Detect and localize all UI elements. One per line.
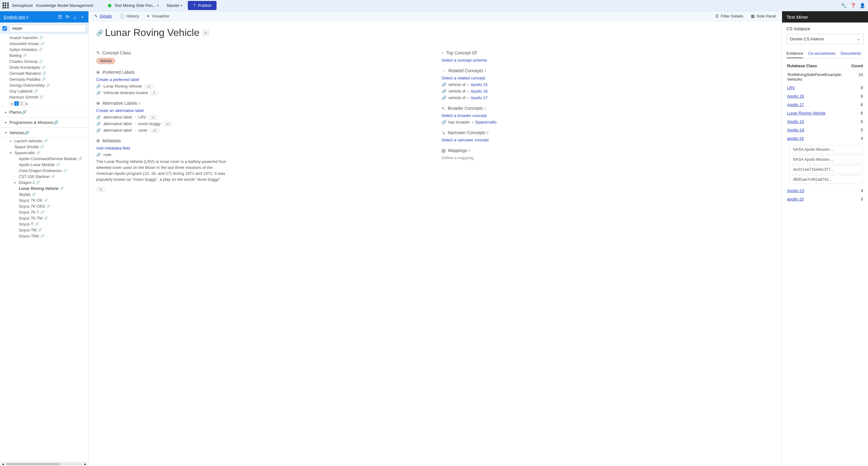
- rp-evidence-row[interactable]: Apollo-165: [786, 126, 864, 134]
- tree-item-person[interactable]: Georgy Dobrovolsky🔗: [0, 82, 88, 88]
- tree-item-person[interactable]: Gennady Padalka🔗: [0, 76, 88, 82]
- apps-icon[interactable]: [2, 2, 9, 9]
- tree-item-person[interactable]: Gennadi Manakov🔗: [0, 70, 88, 76]
- preferred-label-row[interactable]: 🔗Lunar Roving Vehicleen: [96, 84, 429, 88]
- tree-item[interactable]: Soyuz-T🔗: [14, 221, 88, 227]
- search-input[interactable]: [9, 24, 86, 32]
- add-icon[interactable]: ＋: [80, 14, 85, 20]
- preferred-label-row[interactable]: 🔗Véhicule itinérant lunairefr: [96, 90, 429, 95]
- tree-item[interactable]: Soyuz 7K-OK🔗: [14, 197, 88, 203]
- side-panel-button[interactable]: ▦Side Panel: [751, 14, 776, 19]
- rp-evidence-row[interactable]: Apollo 176: [786, 100, 864, 109]
- rp-evidence-subitem[interactable]: /f65f1ae7c491a8742...: [789, 175, 862, 184]
- rp-evidence-subitem[interactable]: NASA Apollo Mission ...: [789, 145, 862, 154]
- rp-evidence-row[interactable]: apollo-164: [786, 134, 864, 143]
- tree-item-person[interactable]: Aydyn Aimbetov🔗: [0, 47, 88, 53]
- tree-item[interactable]: Space Shuttle🔗: [10, 144, 88, 150]
- rp-evidence-link[interactable]: Apollo 17: [787, 102, 804, 107]
- related-concept-row[interactable]: 🔗vehicle of›Apollo 15: [441, 82, 774, 87]
- pager-page[interactable]: 1: [14, 101, 19, 106]
- rp-tab[interactable]: Co-occurences: [808, 49, 835, 58]
- language-selector[interactable]: English (en) ▾: [4, 15, 28, 20]
- tree-item-person[interactable]: Anousheh Ansari🔗: [0, 41, 88, 47]
- list-icon[interactable]: ☰: [58, 14, 62, 20]
- tree-item-person[interactable]: Boeing🔗: [0, 53, 88, 58]
- refresh-icon[interactable]: ⟳: [66, 14, 70, 20]
- tree-section-vehicles[interactable]: ▾Vehicles🔗: [0, 127, 88, 138]
- sidebar-scrollbar[interactable]: ◂▸: [0, 462, 88, 466]
- pager-page[interactable]: 2: [19, 101, 24, 106]
- rp-tab[interactable]: Evidence: [786, 49, 803, 58]
- tree-item-person[interactable]: Anatoli Ivanishin🔗: [0, 35, 88, 41]
- rp-evidence-row[interactable]: LRV8: [786, 84, 864, 92]
- rp-evidence-subitem[interactable]: /ec011ee715e4bc377...: [789, 165, 862, 174]
- alt-label-row[interactable]: 🔗alternative label›roveren: [96, 128, 429, 133]
- project-dropdown[interactable]: Text Mining Side Pan...: [105, 2, 161, 9]
- rp-evidence-link[interactable]: Apollo 16: [787, 94, 804, 98]
- concept-class-chip[interactable]: Vehicle: [96, 58, 115, 64]
- module-link[interactable]: Knowledge Model Management: [36, 3, 93, 8]
- tree-item[interactable]: Soyuz-TM🔗: [14, 227, 88, 233]
- add-metadata-link[interactable]: Add metadata field: [96, 146, 429, 150]
- tree-item[interactable]: Skylab🔗: [14, 192, 88, 197]
- copy-icon[interactable]: ⧉: [203, 30, 208, 36]
- tab-details[interactable]: ✎Details: [94, 14, 112, 19]
- rp-tab[interactable]: Documents: [840, 49, 861, 58]
- select-scheme-link[interactable]: Select a concept scheme: [441, 58, 774, 63]
- tree-item[interactable]: Soyuz-TMA🔗: [14, 233, 88, 239]
- alt-label-row[interactable]: 🔗alternative label›LRVen: [96, 115, 429, 119]
- rp-evidence-row[interactable]: Apollo 166: [786, 92, 864, 100]
- rp-evidence-subitem[interactable]: NASA Apollo Mission ...: [789, 155, 862, 164]
- cs-instance-select[interactable]: Docker CS intance⌄: [786, 34, 864, 44]
- tree-item-person[interactable]: Harrison Schmitt🔗: [0, 94, 88, 100]
- rp-evidence-row[interactable]: apollo-153: [786, 195, 864, 203]
- create-preferred-label[interactable]: Create a preferred label: [96, 77, 429, 82]
- tree-item[interactable]: Crew Dragon Endeavour🔗: [14, 168, 88, 174]
- rp-evidence-link[interactable]: Lunar Roving Vehicle: [787, 111, 826, 115]
- search-checkbox[interactable]: [2, 26, 7, 31]
- wrench-icon[interactable]: 🔧: [840, 2, 847, 9]
- tree-item[interactable]: ▸Launch vehicles🔗: [10, 138, 88, 144]
- rp-evidence-row[interactable]: Apollo-154: [786, 186, 864, 195]
- select-related-link[interactable]: Select a related concept: [441, 76, 774, 80]
- related-concept-row[interactable]: 🔗vehicle of›Apollo 17: [441, 95, 774, 100]
- select-narrower-link[interactable]: Select a narrower concept: [441, 138, 774, 142]
- tree-item[interactable]: Soyuz 7K-T🔗: [14, 209, 88, 215]
- tree-item-person[interactable]: Guy Laliberté🔗: [0, 88, 88, 94]
- user-icon[interactable]: 👤: [859, 2, 866, 9]
- tree-item[interactable]: Soyuz 7K-TM🔗: [14, 215, 88, 221]
- tree-item[interactable]: CST-100 Starliner🔗: [14, 174, 88, 179]
- tab-visualizer[interactable]: ✦Visualizer: [147, 14, 169, 19]
- related-concept-row[interactable]: 🔗vehicle of›Apollo 16: [441, 89, 774, 93]
- publish-button[interactable]: ⇡Publish: [188, 1, 217, 10]
- select-broader-link[interactable]: Select a broader concept: [441, 113, 774, 118]
- tree-item[interactable]: Apollo Lunar Module🔗: [14, 162, 88, 168]
- rp-evidence-link[interactable]: Apollo 15: [787, 119, 804, 124]
- tree-item[interactable]: Soyuz 7K-OKS🔗: [14, 203, 88, 209]
- tree-section-programmes[interactable]: ▸Programmes & Missions🔗: [0, 117, 88, 127]
- brand-link[interactable]: Semaphore: [12, 3, 33, 8]
- rp-evidence-row[interactable]: Lunar Roving Vehicle6: [786, 109, 864, 117]
- rp-evidence-row[interactable]: Apollo 155: [786, 117, 864, 126]
- rp-evidence-link[interactable]: Apollo-16: [787, 127, 804, 132]
- rp-evidence-link[interactable]: apollo-15: [787, 197, 804, 201]
- tree-item-person[interactable]: Dmitri Kondratyev🔗: [0, 64, 88, 70]
- branch-dropdown[interactable]: Master: [164, 2, 185, 9]
- tree-item[interactable]: Lunar Roving Vehicle🔗: [14, 185, 88, 192]
- define-mapping-link[interactable]: Define a mapping: [441, 155, 774, 160]
- tree-item-person[interactable]: Charles Simonyi🔗: [0, 58, 88, 64]
- pager-next[interactable]: ▸: [24, 101, 29, 106]
- broader-concept-row[interactable]: 🔗has broader›Spacecrafts: [441, 120, 774, 124]
- rp-evidence-link[interactable]: apollo-16: [787, 136, 804, 141]
- tree-item[interactable]: ▾Spacecrafts🔗: [10, 150, 88, 156]
- help-icon[interactable]: ❓: [850, 2, 856, 9]
- create-alt-label[interactable]: Create an alternative label: [96, 108, 429, 113]
- tree-section-places[interactable]: ▸Places🔗: [0, 107, 88, 117]
- alt-label-row[interactable]: 🔗alternative label›moon buggyen: [96, 121, 429, 126]
- rp-evidence-link[interactable]: Apollo-15: [787, 188, 804, 193]
- filter-details-button[interactable]: ☰Filter Details: [715, 14, 743, 19]
- tree-item[interactable]: Apollo Command/Service Module🔗: [14, 156, 88, 162]
- pager-prev[interactable]: ◂: [9, 101, 14, 106]
- search-icon[interactable]: ⌕: [73, 14, 76, 20]
- tree-item[interactable]: ▸Dragon 2🔗: [14, 179, 88, 185]
